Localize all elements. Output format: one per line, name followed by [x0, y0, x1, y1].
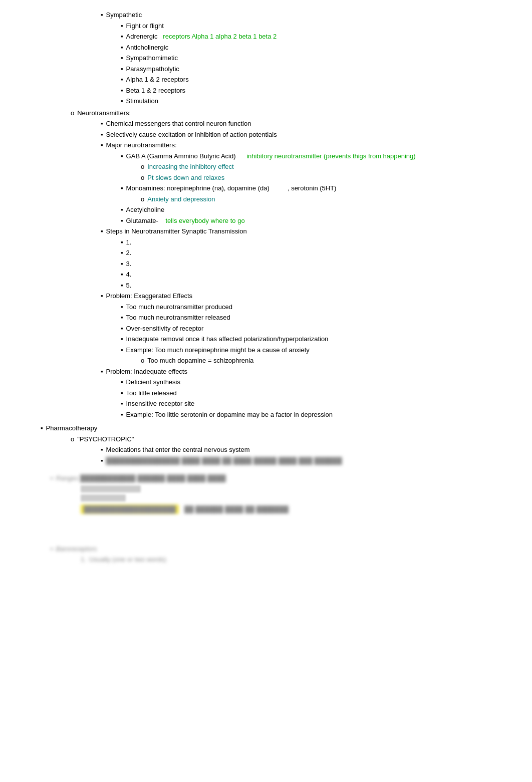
exagg1-line: ▪ Too much neurotransmitter produced [121, 302, 491, 312]
exagg3-line: ▪ Over-sensitivity of receptor [121, 324, 491, 334]
nt-desc2-line: ▪ Selectively cause excitation or inhibi… [101, 130, 491, 140]
bullet-icon: ▪ [41, 423, 43, 433]
blurred-bar-1 [81, 485, 141, 492]
inade4-line: ▪ Example: Too little serotonin or dopam… [121, 410, 491, 420]
problem-exagg-line: ▪ Problem: Exaggerated Effects [101, 291, 491, 301]
o-bullet: o [71, 108, 74, 118]
bullet-icon: ▪ [101, 445, 103, 455]
blurred-bar-2 [81, 494, 126, 501]
highlight-line: ████████████████████ ██ ██████ ████ ██ █… [81, 504, 491, 514]
bullet-icon: ▪ [121, 259, 123, 269]
bullet-icon: ▪ [121, 410, 123, 420]
glutamate-line: ▪ Glutamate- tells everybody where to go [121, 216, 491, 226]
bullet-icon: ▪ [101, 367, 103, 377]
parasympatholytic-line: ▪ Parasympatholytic [121, 64, 491, 74]
bullet-icon: ▪ [101, 130, 103, 140]
bullet-icon: ▪ [121, 183, 123, 193]
o-bullet: o [141, 194, 144, 204]
bullet-icon: ▪ [121, 377, 123, 387]
sympathetic-header: ▪ Sympathetic [101, 10, 491, 20]
gaba-line: ▪ GAB A (Gamma Ammino Butyric Acid) inhi… [121, 151, 491, 161]
steps-header-line: ▪ Steps in Neurotransmitter Synaptic Tra… [101, 226, 491, 236]
highlighted-blurred-text: ████████████████████ [81, 504, 179, 514]
bullet-icon: ▪ [101, 119, 103, 129]
bullet-icon: ▪ [121, 43, 123, 53]
blurred-text-1: ████████████████ ████ ████ ██ ████ █████… [106, 456, 342, 466]
bullet-icon: ▪ [121, 75, 123, 85]
blurred-section-baroreceptors: ▪ Baroreceptors 1. Usually (one or two w… [51, 544, 491, 565]
bullet-icon: ▪ [121, 237, 123, 247]
anxiety-depression: Anxiety and depression [147, 194, 215, 204]
sympathomimetic-line: ▪ Sympathomimetic [121, 53, 491, 63]
baroreceptors-sub-line: 1. Usually (one or two words) [81, 555, 491, 565]
exagg5-line: ▪ Example: Too much norepinephrine might… [121, 345, 491, 355]
exagg4-line: ▪ Inadequate removal once it has affecte… [121, 334, 491, 344]
bullet-icon: ▪ [121, 270, 123, 280]
pharmacotherapy-line: ▪ Pharmacotherapy [41, 423, 491, 433]
baroreceptors-sub: 1. Usually (one or two words) [81, 555, 491, 565]
step1-line: ▪ 1. [121, 237, 491, 247]
bullet-icon: ▪ [101, 456, 103, 466]
bullet-icon: ▪ [121, 216, 123, 226]
bullet-icon: ▪ [51, 544, 53, 554]
step3-line: ▪ 3. [121, 259, 491, 269]
psychotropic-desc-line: ▪ Medications that enter the central ner… [101, 445, 491, 455]
adrenergic-receptors: receptors Alpha 1 alpha 2 beta 1 beta 2 [163, 32, 277, 42]
bullet-icon: ▪ [121, 345, 123, 355]
glutamate-note: tells everybody where to go [165, 216, 244, 226]
spacer-1 [41, 514, 491, 544]
page-content: ▪ Sympathetic ▪ Fight or flight ▪ Adrene… [41, 10, 491, 565]
bullet-icon: ▪ [121, 86, 123, 96]
bullet-icon: ▪ [121, 313, 123, 323]
problem-inade-line: ▪ Problem: Inadequate effects [101, 367, 491, 377]
bullet-icon: ▪ [121, 64, 123, 74]
step4-line: ▪ 4. [121, 270, 491, 280]
inade1-line: ▪ Deficient synthesis [121, 377, 491, 387]
ranges-sub-block [81, 485, 491, 501]
bullet-icon: ▪ [121, 388, 123, 398]
blurred-section-ranges: ▪ Ranges ████████████ ██████ ████ ████ █… [51, 473, 491, 514]
bullet-icon: ▪ [121, 96, 123, 106]
baroreceptors-desc: Usually (one or two words) [89, 555, 166, 565]
acetylcholine-line: ▪ Acetylcholine [121, 205, 491, 215]
inade2-line: ▪ Too little released [121, 388, 491, 398]
o-bullet: 1. [81, 555, 86, 565]
bullet-icon: ▪ [101, 226, 103, 236]
neurotransmitters-header-line: o Neurotransmitters: [71, 108, 491, 118]
alpha-receptors-line: ▪ Alpha 1 & 2 receptors [121, 75, 491, 85]
exagg2-line: ▪ Too much neurotransmitter released [121, 313, 491, 323]
bullet-icon: ▪ [101, 140, 103, 150]
anticholinergic-line: ▪ Anticholinergic [121, 43, 491, 53]
monoamines-line: ▪ Monoamines: norepinephrine (na), dopam… [121, 183, 491, 193]
monoamines-sub-line: o Anxiety and depression [141, 194, 491, 204]
stimulation-line: ▪ Stimulation [121, 96, 491, 106]
bullet-icon: ▪ [121, 302, 123, 312]
o-bullet: o [141, 173, 144, 183]
o-bullet: o [141, 162, 144, 172]
ranges-subtext: ████████████ ██████ ████ ████ ████ [80, 473, 226, 483]
beta-receptors-line: ▪ Beta 1 & 2 receptors [121, 86, 491, 96]
bullet-icon: ▪ [121, 53, 123, 63]
bullet-icon: ▪ [121, 151, 123, 161]
step5-line: ▪ 5. [121, 281, 491, 291]
bullet-icon: ▪ [51, 473, 53, 483]
o-bullet: o [141, 356, 144, 366]
psychotropic-blurred-line: ▪ ████████████████ ████ ████ ██ ████ ███… [101, 456, 491, 466]
o-bullet: o [71, 434, 74, 444]
adrenergic-line: ▪ Adrenergic receptors Alpha 1 alpha 2 b… [121, 32, 491, 42]
bullet-icon: ▪ [121, 399, 123, 409]
inade3-line: ▪ Insensitive receptor site [121, 399, 491, 409]
gaba-note: inhibitory neurotransmitter (prevents th… [246, 151, 415, 161]
psychotropic-header-line: o "PSYCHOTROPIC" [71, 434, 491, 444]
ranges-header: Ranges [56, 473, 79, 483]
gaba-sub1-line: o Increasing the inhibitory effect [141, 162, 491, 172]
fight-or-flight: ▪ Fight or flight [121, 21, 491, 31]
bullet-icon: ▪ [121, 205, 123, 215]
bullet-icon: ▪ [121, 324, 123, 334]
bullet-icon: ▪ [121, 248, 123, 258]
bullet-icon: ▪ [121, 32, 123, 42]
bullet-icon: ▪ [121, 334, 123, 344]
bullet-icon: ▪ [121, 281, 123, 291]
bullet-icon: ▪ [101, 10, 103, 20]
baroreceptors-header: Baroreceptors [56, 544, 97, 554]
